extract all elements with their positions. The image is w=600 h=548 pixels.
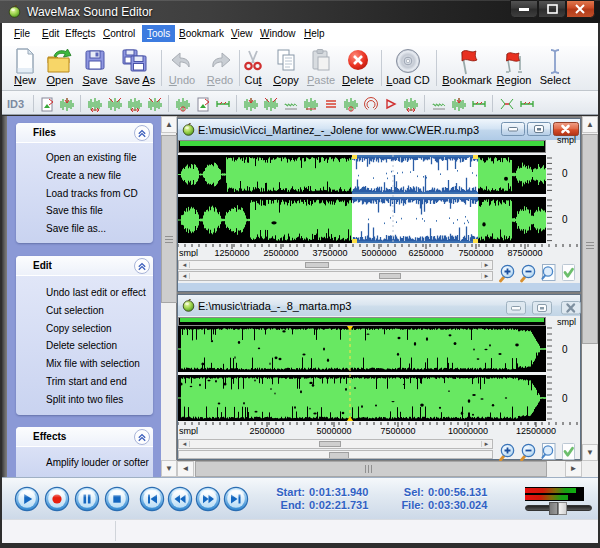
svg-text:8750000: 8750000 — [507, 248, 542, 257]
svg-text:2500000: 2500000 — [249, 426, 284, 435]
svg-text:3750000: 3750000 — [312, 248, 347, 257]
svg-text:smpl: smpl — [179, 248, 198, 257]
svg-text:1250000: 1250000 — [214, 248, 249, 257]
svg-text:smpl: smpl — [179, 426, 198, 435]
svg-text:5000000: 5000000 — [316, 426, 351, 435]
svg-text:5000000: 5000000 — [361, 248, 396, 257]
svg-text:10000000: 10000000 — [448, 426, 488, 435]
svg-text:7500000: 7500000 — [458, 248, 493, 257]
svg-text:12500000: 12500000 — [516, 426, 556, 435]
svg-text:2500000: 2500000 — [263, 248, 298, 257]
svg-text:6250000: 6250000 — [408, 248, 443, 257]
svg-text:7500000: 7500000 — [380, 426, 415, 435]
